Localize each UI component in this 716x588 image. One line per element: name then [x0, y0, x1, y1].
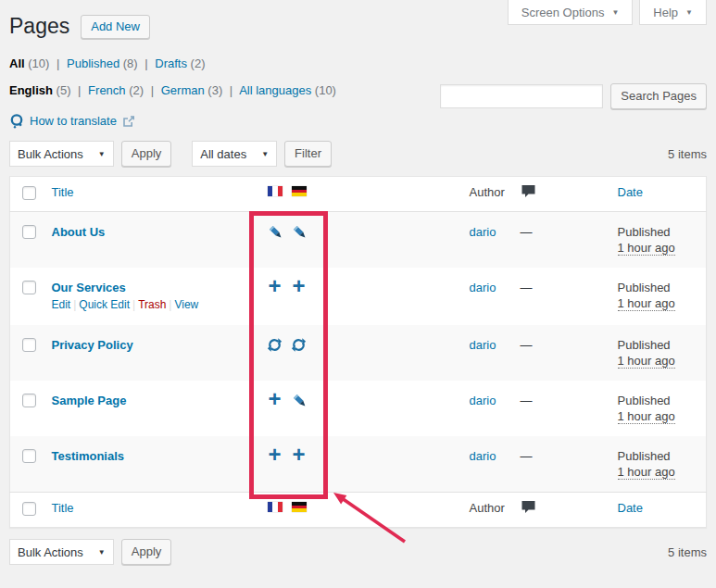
author-link[interactable]: dario	[470, 338, 496, 352]
page-title-link[interactable]: Sample Page	[52, 394, 127, 407]
edit-translation-icon-de[interactable]	[292, 224, 307, 242]
add-translation-icon-fr[interactable]: +	[268, 393, 281, 406]
separator: |	[144, 56, 147, 70]
column-header-author: Author	[470, 185, 505, 199]
screen-meta-tabs: Screen Options ▼ Help ▼	[508, 0, 707, 25]
table-row: Privacy Policy dario — Published 1 hour …	[10, 325, 707, 381]
bulk-actions-select[interactable]: Bulk Actions ▼	[9, 539, 114, 565]
filter-french[interactable]: French	[88, 83, 125, 97]
table-footer-row: Title Author Date	[10, 493, 707, 528]
page-title-link[interactable]: Privacy Policy	[52, 338, 133, 352]
post-status: Published	[618, 449, 671, 463]
german-flag-icon	[292, 186, 307, 196]
column-header-title[interactable]: Title	[52, 501, 74, 515]
help-tab[interactable]: Help ▼	[639, 0, 707, 25]
edit-translation-icon-de[interactable]	[292, 393, 307, 410]
pages-table: Title Author Date About Us	[9, 176, 707, 528]
row-checkbox[interactable]	[22, 449, 36, 463]
table-row: Sample Page + dario — Published 1 hour a…	[10, 381, 707, 436]
dates-filter-value: All dates	[200, 147, 246, 161]
author-link[interactable]: dario	[470, 225, 496, 239]
post-status: Published	[618, 338, 671, 352]
items-count: 5 items	[668, 545, 707, 559]
separator: |	[132, 298, 135, 311]
spacer-column	[311, 493, 461, 528]
select-all-checkbox[interactable]	[22, 186, 36, 200]
separator: |	[73, 298, 76, 311]
add-translation-icon-de[interactable]: +	[292, 280, 305, 293]
author-link[interactable]: dario	[470, 449, 496, 463]
sync-translation-icon-de[interactable]	[291, 337, 307, 356]
post-date: 1 hour ago	[618, 354, 675, 369]
external-link-icon	[122, 115, 135, 128]
page-title-link[interactable]: About Us	[52, 225, 106, 239]
column-header-date[interactable]: Date	[618, 501, 643, 515]
screen-options-tab[interactable]: Screen Options ▼	[508, 0, 634, 25]
french-flag-icon	[268, 186, 283, 196]
row-checkbox[interactable]	[22, 281, 36, 294]
french-flag-icon	[268, 502, 283, 512]
tablenav-bottom: Bulk Actions ▼ Apply 5 items	[9, 539, 707, 565]
add-translation-icon-fr[interactable]: +	[268, 280, 281, 293]
page-title: Pages	[9, 13, 69, 40]
filter-english[interactable]: English	[9, 83, 53, 97]
separator: |	[57, 56, 59, 70]
add-translation-icon-de[interactable]: +	[292, 448, 305, 461]
tablenav-top: Bulk Actions ▼ Apply All dates ▼ Filter …	[9, 141, 707, 167]
table-row: Testimonials + + dario — Published 1 hou…	[10, 436, 707, 493]
add-translation-icon-fr[interactable]: +	[268, 448, 281, 461]
no-comments-dash: —	[521, 338, 533, 352]
spacer-column	[311, 177, 461, 212]
view-action[interactable]: View	[174, 298, 198, 311]
row-checkbox[interactable]	[22, 394, 36, 407]
column-header-title[interactable]: Title	[52, 185, 74, 199]
filter-published-count: (8)	[123, 56, 138, 70]
filter-all-languages-count: (10)	[315, 83, 336, 97]
row-checkbox[interactable]	[22, 225, 36, 239]
post-status: Published	[618, 394, 671, 407]
filter-german[interactable]: German	[161, 83, 205, 97]
search-input[interactable]	[440, 84, 603, 108]
dates-filter-select[interactable]: All dates ▼	[192, 141, 277, 167]
filter-all[interactable]: All	[9, 56, 25, 70]
sync-translation-icon-fr[interactable]	[267, 337, 283, 356]
edit-action[interactable]: Edit	[52, 298, 71, 311]
bulk-actions-select[interactable]: Bulk Actions ▼	[9, 141, 114, 167]
filter-english-count: (5)	[57, 83, 71, 97]
screen-options-label: Screen Options	[521, 1, 605, 24]
add-new-button[interactable]: Add New	[81, 15, 150, 39]
filter-drafts-count: (2)	[191, 56, 206, 70]
select-all-checkbox[interactable]	[22, 502, 36, 516]
quick-edit-action[interactable]: Quick Edit	[79, 298, 130, 311]
bulk-actions-value: Bulk Actions	[18, 147, 83, 161]
row-checkbox[interactable]	[22, 338, 36, 352]
author-link[interactable]: dario	[470, 281, 496, 294]
comments-icon[interactable]	[521, 184, 536, 199]
comments-icon[interactable]	[521, 500, 536, 515]
chevron-down-icon: ▼	[261, 150, 269, 158]
filter-all-languages[interactable]: All languages	[239, 83, 311, 97]
table-header-row: Title Author Date	[10, 177, 707, 212]
table-row: Our Services Edit|Quick Edit|Trash|View …	[10, 268, 707, 325]
search-pages-button[interactable]: Search Pages	[610, 83, 707, 109]
chevron-down-icon: ▼	[685, 1, 693, 24]
page-title-link[interactable]: Testimonials	[52, 449, 125, 463]
page-title-link[interactable]: Our Services	[52, 281, 126, 294]
apply-button[interactable]: Apply	[121, 539, 172, 565]
post-date: 1 hour ago	[618, 465, 675, 480]
apply-button[interactable]: Apply	[121, 141, 172, 167]
separator: |	[169, 298, 171, 311]
separator: |	[78, 83, 81, 97]
author-link[interactable]: dario	[470, 394, 496, 407]
filter-french-count: (2)	[129, 83, 144, 97]
post-date: 1 hour ago	[618, 296, 675, 311]
chevron-down-icon: ▼	[611, 1, 619, 24]
filter-drafts[interactable]: Drafts	[155, 56, 187, 70]
how-to-translate-link[interactable]: How to translate	[30, 113, 117, 129]
edit-translation-icon-fr[interactable]	[268, 224, 283, 242]
trash-action[interactable]: Trash	[138, 298, 166, 311]
column-header-date[interactable]: Date	[618, 185, 643, 199]
filter-button[interactable]: Filter	[284, 141, 332, 167]
no-comments-dash: —	[521, 449, 533, 463]
filter-published[interactable]: Published	[67, 56, 119, 70]
